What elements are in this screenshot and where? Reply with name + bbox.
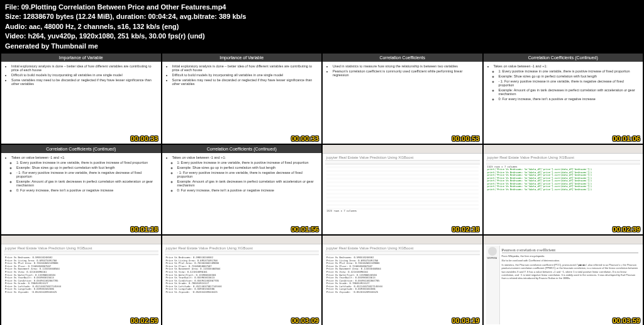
sub-bullet: Example: Shoe sizes go up in perfect cor… xyxy=(177,166,317,169)
sub-bullet: 1: Every positive increase in one variab… xyxy=(177,161,317,164)
slide-title: Correlation Coefficients (Continued) xyxy=(1,145,161,153)
generated-by: Generated by Thumbnail me xyxy=(5,42,639,51)
browser-chrome xyxy=(162,236,322,244)
notebook-title: Real Estate Value Prediction Using XGBoo… xyxy=(339,156,414,159)
slide-title: Importance of Variable xyxy=(1,54,161,62)
size-value: 12838670 bytes (12.24 MiB), xyxy=(23,13,114,20)
video-label: Video: xyxy=(5,32,26,40)
sub-bullet: Example: Amount of gas in tank decreases… xyxy=(499,88,638,96)
timestamp: 00:02:59 xyxy=(130,317,158,324)
timestamp: 00:03:59 xyxy=(613,317,640,324)
browser-chrome xyxy=(484,236,643,244)
thumbnail-4: Correlation Coefficients (Continued) Tak… xyxy=(484,54,643,144)
browser-chrome xyxy=(323,145,482,154)
bullet: Difficult to build models by incorporati… xyxy=(11,73,156,77)
dataframe-output: 1323 rows x 7 columns xyxy=(325,164,480,214)
timestamp: 00:02:39 xyxy=(613,225,640,233)
audio-label: Audio: xyxy=(5,23,27,30)
sub-bullet: Example: Shoe sizes go up in perfect cor… xyxy=(499,74,638,78)
sub-bullet: Example: Shoe sizes go up in perfect cor… xyxy=(16,166,156,169)
wiki-brand: WIKIPEDIA xyxy=(487,257,498,259)
wiki-subtitle: From Wikipedia, the free encyclopedia xyxy=(502,254,639,258)
notebook-title: Real Estate Value Prediction Using XGBoo… xyxy=(18,246,92,250)
duration-label: duration: xyxy=(116,13,147,20)
wikipedia-logo-icon xyxy=(488,247,497,256)
thumbnail-grid: Importance of Variable Initial explorato… xyxy=(0,54,644,325)
sub-bullet: - 1: For every positive increase in one … xyxy=(177,171,317,178)
wiki-sidebar: WIKIPEDIA xyxy=(486,246,500,324)
bullet: Takes on value between -1 and +1: xyxy=(11,156,156,159)
bullet: Takes on value between -1 and +1: xyxy=(494,64,638,68)
thumbnail-7: jupyter Real Estate Value Prediction Usi… xyxy=(323,145,482,235)
sub-bullet: - 1: For every positive increase in one … xyxy=(499,79,638,87)
wiki-redirect: Not to be confused with Coefficient of d… xyxy=(502,259,639,262)
wiki-paragraph: In statistics, the Pearson correlation c… xyxy=(502,263,639,280)
bullet: Used in statistics to measure how strong… xyxy=(333,64,477,68)
thumbnail-6: Correlation Coefficients (Continued) Tak… xyxy=(162,145,322,235)
jupyter-logo: jupyter xyxy=(487,156,499,159)
bullet: Difficult to build models by incorporati… xyxy=(172,73,317,77)
notebook-title: Real Estate Value Prediction Using XGBoo… xyxy=(339,246,414,250)
audio-value: aac, 48000 Hz, 2 channels, s16, 132 kb/s… xyxy=(29,23,179,30)
sub-bullet: 1: Every positive increase in one variab… xyxy=(499,69,638,73)
jupyter-logo: jupyter xyxy=(166,246,177,250)
timestamp: 00:00:33 xyxy=(291,135,319,142)
thumbnail-9: jupyter Real Estate Value Prediction Usi… xyxy=(1,236,161,325)
bullet: Some variables may need to be discarded … xyxy=(11,78,156,86)
sub-bullet: 1: Every positive increase in one variab… xyxy=(16,161,156,164)
sub-bullet: 0: For every increase, there isn't a pos… xyxy=(177,188,317,192)
jupyter-logo: jupyter xyxy=(5,246,16,250)
sub-bullet: Example: Amount of gas in tank decreases… xyxy=(177,180,317,187)
timestamp: 00:01:18 xyxy=(130,225,158,233)
bullet: Initial exploratory analysis is done – b… xyxy=(11,64,156,72)
wiki-article-title: Pearson correlation coefficient xyxy=(502,248,639,253)
duration-value: 00:04:24, xyxy=(148,13,177,20)
size-label: Size: xyxy=(5,13,21,20)
thumbnail-12: WIKIPEDIA Pearson correlation coefficien… xyxy=(484,236,643,325)
thumbnail-11: jupyter Real Estate Value Prediction Usi… xyxy=(323,236,482,325)
browser-chrome xyxy=(323,236,482,244)
bullet: Initial exploratory analysis is done – b… xyxy=(172,64,317,72)
file-label: File: xyxy=(5,3,19,11)
browser-chrome xyxy=(1,236,161,244)
output-cell: Price Vs Bedrooms: 0.590310248502 Price … xyxy=(325,255,480,295)
sub-bullet: - 1: For every positive increase in one … xyxy=(16,171,156,178)
timestamp: 00:03:09 xyxy=(291,317,319,324)
timestamp: 00:03:19 xyxy=(452,317,479,324)
thumbnail-5: Correlation Coefficients (Continued) Tak… xyxy=(1,145,161,235)
timestamp: 00:00:33 xyxy=(130,135,158,142)
thumbnail-3: Correlation Coefficients Used in statist… xyxy=(323,54,482,144)
slide-title: Correlation Coefficients (Continued) xyxy=(484,54,643,62)
thumbnail-8: jupyter Real Estate Value Prediction Usi… xyxy=(484,145,643,235)
metadata-header: File: 09.Plotting Correlation Between Pr… xyxy=(0,0,644,54)
sub-bullet: Example: Amount of gas in tank decreases… xyxy=(16,180,156,187)
output-cell: Price Vs Bedrooms: 0.590310248502 Price … xyxy=(165,255,319,295)
slide-title: Correlation Coefficients xyxy=(323,54,482,62)
row-count: 1323 rows x 7 columns xyxy=(326,210,479,213)
bitrate-value: 389 kb/s xyxy=(219,13,246,20)
timestamp: 00:01:56 xyxy=(291,225,319,233)
jupyter-logo: jupyter xyxy=(326,156,338,159)
sub-bullet: 0: For every increase, there isn't a pos… xyxy=(499,97,638,101)
thumbnail-10: jupyter Real Estate Value Prediction Usi… xyxy=(162,236,322,325)
file-value: 09.Plotting Correlation Between Price an… xyxy=(21,3,226,11)
slide-title: Importance of Variable xyxy=(162,54,322,62)
bullet: Takes on value between -1 and +1: xyxy=(172,156,317,159)
bullet: Some variables may need to be discarded … xyxy=(172,78,317,86)
video-value: h264, yuv420p, 1920x1080, 251 kb/s, 30.0… xyxy=(28,32,204,40)
timestamp: 00:01:06 xyxy=(613,135,640,142)
notebook-title: Real Estate Value Prediction Using XGBoo… xyxy=(178,246,253,250)
thumbnail-2: Importance of Variable Initial explorato… xyxy=(162,54,322,144)
code-cell: 1323 rows x 7 columns print('Price Vs Be… xyxy=(486,164,641,193)
output-cell: Price Vs Bedrooms: 0.590310248502 Price … xyxy=(4,255,158,295)
thumbnail-1: Importance of Variable Initial explorato… xyxy=(1,54,161,144)
sub-bullet: 0: For every increase, there isn't a pos… xyxy=(16,188,156,192)
browser-chrome xyxy=(484,145,643,154)
bitrate-label: avg.bitrate: xyxy=(180,13,217,20)
bullet: Pearson's correlation coefficient is com… xyxy=(333,69,477,77)
slide-title: Correlation Coefficients (Continued) xyxy=(162,145,322,153)
timestamp: 00:02:18 xyxy=(452,225,479,233)
timestamp: 00:00:53 xyxy=(452,135,479,142)
notebook-title: Real Estate Value Prediction Using XGBoo… xyxy=(499,156,574,159)
jupyter-logo: jupyter xyxy=(326,246,338,250)
